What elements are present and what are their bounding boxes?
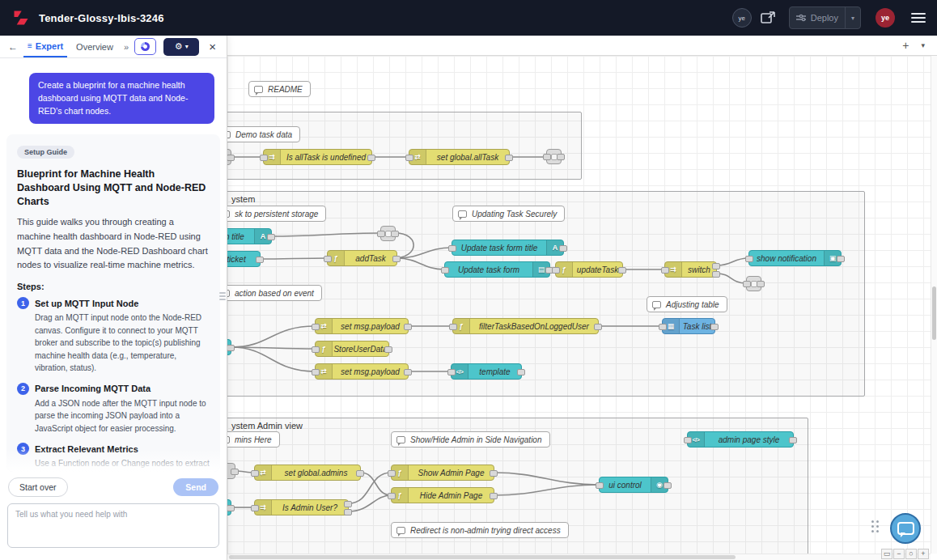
comment-node-redirect-is-non-admin-trying-direct-access[interactable]: Redirect is non-admin trying direct acce… bbox=[391, 522, 569, 538]
node-input-port[interactable] bbox=[441, 267, 449, 274]
node-input-port[interactable] bbox=[659, 324, 667, 330]
flow-node-m-title[interactable]: m titleA bbox=[227, 228, 272, 244]
flow-node-gray[interactable] bbox=[227, 149, 231, 165]
node-input-port[interactable] bbox=[543, 154, 551, 160]
start-over-button[interactable]: Start over bbox=[8, 477, 68, 497]
node-input-port[interactable] bbox=[388, 493, 396, 499]
horizontal-scroll-thumb[interactable] bbox=[229, 555, 736, 559]
add-flow-icon[interactable]: + bbox=[902, 39, 909, 52]
node-output-port[interactable] bbox=[490, 470, 498, 477]
node-input-port[interactable] bbox=[388, 470, 396, 477]
minimap-icon[interactable]: ▭ bbox=[881, 549, 892, 559]
link-node[interactable] bbox=[380, 226, 396, 241]
more-tabs-icon[interactable]: » bbox=[122, 42, 130, 52]
node-output-port[interactable] bbox=[227, 505, 235, 511]
node-input-port[interactable] bbox=[260, 155, 268, 161]
node-input-port[interactable] bbox=[324, 256, 332, 262]
node-output-port[interactable] bbox=[404, 324, 412, 330]
node-output-port[interactable] bbox=[344, 501, 352, 507]
flow-node-filtertaskbasedonloggeduser[interactable]: ƒfilterTaskBasedOnLoggedUser bbox=[452, 318, 599, 334]
node-output-port[interactable] bbox=[256, 257, 264, 263]
node-output-port[interactable] bbox=[594, 324, 602, 330]
node-output-port[interactable] bbox=[227, 345, 235, 351]
flow-node-update-task-form[interactable]: Update task form▤ bbox=[444, 261, 550, 278]
flow-node-is-admin-user[interactable]: ⇉Is Admin User? bbox=[254, 499, 349, 515]
vertical-scroll-thumb[interactable] bbox=[932, 286, 936, 340]
node-output-port[interactable] bbox=[356, 470, 364, 477]
flow-node-ticket[interactable]: ticket bbox=[227, 251, 261, 267]
node-output-port[interactable] bbox=[384, 346, 392, 353]
wire[interactable] bbox=[231, 347, 315, 371]
node-output-port[interactable] bbox=[664, 482, 672, 489]
node-input-port[interactable] bbox=[745, 256, 753, 262]
flow-node-task-list[interactable]: ▦Task list bbox=[662, 318, 715, 334]
wire[interactable] bbox=[361, 473, 391, 495]
wire[interactable] bbox=[272, 233, 380, 236]
node-output-port[interactable] bbox=[559, 245, 567, 252]
flow-node-updatetask[interactable]: ƒupdateTask bbox=[555, 261, 623, 278]
flow-node-set-msg-payload[interactable]: ⇄set msg.payload bbox=[315, 318, 409, 334]
drag-dots-icon[interactable] bbox=[871, 520, 879, 532]
close-icon[interactable]: × bbox=[205, 40, 220, 53]
node-output-port[interactable] bbox=[710, 324, 719, 330]
flow-node-template[interactable]: </>template bbox=[451, 363, 522, 380]
node-output-port[interactable] bbox=[712, 271, 720, 278]
flow-list-caret-icon[interactable]: ▾ bbox=[921, 41, 925, 49]
flow-node-set-msg-payload[interactable]: ⇄set msg.payload bbox=[315, 363, 409, 380]
wire[interactable] bbox=[717, 258, 748, 265]
node-output-port[interactable] bbox=[267, 234, 275, 240]
flow-node-show-admin-page[interactable]: ƒShow Admin Page bbox=[391, 465, 494, 481]
node-input-port[interactable] bbox=[312, 346, 320, 353]
user-avatar[interactable]: ye bbox=[876, 8, 895, 28]
node-output-port[interactable] bbox=[618, 267, 626, 274]
comment-node-updating-task-securely[interactable]: Updating Task Securely bbox=[452, 206, 565, 222]
node-input-port[interactable] bbox=[447, 369, 456, 375]
node-output-port[interactable] bbox=[757, 281, 765, 287]
comment-node-adjusting-table[interactable]: Adjusting table bbox=[647, 296, 727, 312]
node-input-port[interactable] bbox=[661, 267, 669, 274]
settings-dropdown-button[interactable]: ⚙ ▾ bbox=[163, 38, 199, 56]
node-output-port[interactable] bbox=[227, 155, 235, 161]
wire[interactable] bbox=[349, 495, 391, 511]
team-avatar[interactable]: ye bbox=[732, 8, 752, 28]
wire[interactable] bbox=[397, 258, 444, 269]
node-input-port[interactable] bbox=[684, 437, 692, 443]
panel-resize-grip[interactable] bbox=[219, 288, 226, 304]
flow-node-show-notification[interactable]: show notification▣ bbox=[748, 250, 842, 266]
node-input-port[interactable] bbox=[552, 267, 560, 274]
node-output-port[interactable] bbox=[789, 437, 797, 443]
node-input-port[interactable] bbox=[251, 505, 259, 511]
comment-node-demo-task-data[interactable]: Demo task data bbox=[227, 126, 300, 142]
node-input-port[interactable] bbox=[405, 155, 413, 161]
node-output-port[interactable] bbox=[404, 369, 412, 375]
node-output-port[interactable] bbox=[392, 256, 401, 262]
node-output-port[interactable] bbox=[367, 155, 375, 161]
link-node[interactable] bbox=[746, 276, 761, 291]
flow-node-addtask[interactable]: ƒaddTask bbox=[327, 250, 397, 266]
wire[interactable] bbox=[717, 274, 746, 283]
node-output-port[interactable] bbox=[712, 263, 720, 269]
flow-node-is-alltask-is-undefined[interactable]: ⇉Is allTask is undefined bbox=[263, 149, 372, 165]
flow-node-set-global-admins[interactable]: ⇄set global.admins bbox=[254, 465, 361, 481]
tab-overview[interactable]: Overview bbox=[71, 42, 118, 52]
flow-node-storeuserdata[interactable]: ƒStoreUserData bbox=[315, 341, 389, 357]
node-input-port[interactable] bbox=[377, 231, 385, 237]
comment-node-sk-to-persistent-storage[interactable]: sk to persistent storage bbox=[227, 206, 326, 222]
flow-node-gray[interactable] bbox=[227, 463, 235, 479]
node-output-port[interactable] bbox=[557, 154, 565, 160]
assistant-input[interactable] bbox=[7, 503, 219, 548]
wire[interactable] bbox=[231, 326, 315, 347]
tab-expert[interactable]: ≡ Expert bbox=[23, 36, 67, 57]
node-input-port[interactable] bbox=[449, 324, 457, 330]
flow-node-teal[interactable] bbox=[227, 499, 231, 515]
node-output-port[interactable] bbox=[505, 155, 513, 161]
send-button[interactable]: Send bbox=[173, 478, 218, 496]
comment-node-mins-here[interactable]: mins Here bbox=[227, 431, 280, 448]
flow-node-admin-page-style[interactable]: </>admin page style bbox=[687, 431, 794, 448]
open-editor-icon[interactable] bbox=[760, 11, 776, 25]
deploy-button[interactable]: Deploy ▾ bbox=[789, 6, 861, 29]
node-output-port[interactable] bbox=[231, 469, 239, 475]
assistant-fab-button[interactable] bbox=[890, 513, 921, 544]
wire[interactable] bbox=[261, 258, 327, 259]
back-icon[interactable]: ← bbox=[6, 41, 19, 53]
